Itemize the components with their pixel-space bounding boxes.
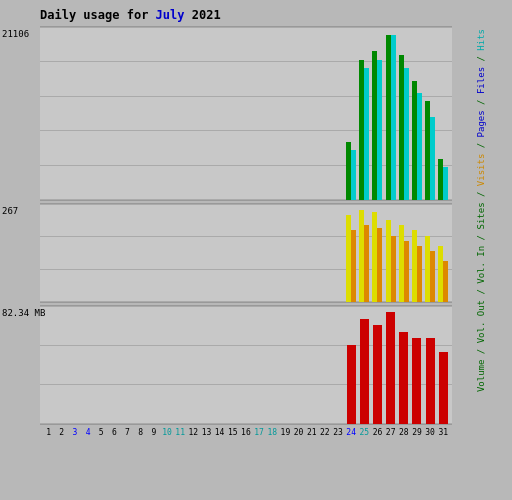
hits-bar-cyan [417,93,422,200]
volume-bar-red [412,338,421,424]
visits-bar-group [410,230,423,302]
x-tick: 11 [174,428,187,437]
chart-container: Daily usage for July 2021 21106 267 [0,0,512,500]
title-year [185,8,192,22]
x-tick: 9 [147,428,160,437]
volume-bar-group [358,319,371,424]
x-tick: 12 [187,428,200,437]
volume-bar-red [426,338,435,424]
hits-bar-group [410,81,423,200]
chart-sections: 21106 267 [40,26,452,425]
hits-bar-group [384,35,397,200]
visits-section: 267 [40,203,452,303]
volume-bar-group [384,312,397,424]
volume-bar-red [439,352,448,424]
chart-title: Daily usage for July 2021 [40,8,452,22]
x-tick: 24 [345,428,358,437]
x-tick: 3 [68,428,81,437]
volume-bar-group [371,325,384,424]
hits-bar-cyan [351,150,356,200]
hits-bar-cyan [443,167,448,200]
volume-bar-red [347,345,356,424]
right-axis-label: Volume / Vol. Out / Vol. In / Sites / Vi… [452,26,510,395]
volume-bar-group [424,338,437,424]
x-tick: 27 [384,428,397,437]
visits-bar-group [345,215,358,302]
x-tick: 18 [266,428,279,437]
visits-bar-orange [430,251,435,302]
x-tick: 31 [437,428,450,437]
x-tick: 30 [424,428,437,437]
visits-bar-group [371,212,384,302]
visits-section-wrapper: 267 [40,203,452,303]
visits-bars [40,204,452,302]
volume-bar-group [410,338,423,424]
x-tick: 7 [121,428,134,437]
x-tick: 22 [318,428,331,437]
x-tick: 2 [55,428,68,437]
hits-section: 21106 [40,26,452,201]
title-prefix: Daily usage for [40,8,156,22]
volume-bar-group [437,352,450,424]
x-tick: 25 [358,428,371,437]
visits-bar-group [358,210,371,302]
visits-bar-orange [443,261,448,302]
visits-bar-orange [391,236,396,302]
right-axis-text: Volume / Vol. Out / Vol. In / Sites / Vi… [476,29,486,392]
x-tick: 1 [42,428,55,437]
visits-bar-group [384,220,397,302]
volume-section-wrapper: 82.34 MB [40,305,452,425]
x-tick: 26 [371,428,384,437]
x-tick: 5 [95,428,108,437]
x-tick: 29 [410,428,423,437]
hits-bar-group [371,51,384,200]
x-tick: 23 [331,428,344,437]
hits-bar-cyan [430,117,435,200]
hits-y-label-top: 21106 [2,29,29,39]
visits-bar-orange [351,230,356,302]
visits-y-label-top: 267 [2,206,18,216]
hits-bar-group [345,142,358,200]
hits-bar-group [424,101,437,200]
x-tick: 17 [253,428,266,437]
volume-section: 82.34 MB [40,305,452,425]
x-tick: 19 [279,428,292,437]
x-tick: 15 [226,428,239,437]
hits-bar-group [397,55,410,200]
volume-bar-red [373,325,382,424]
volume-bars [40,306,452,424]
hits-bar-group [437,159,450,200]
visits-bar-orange [417,246,422,302]
visits-bar-orange [364,225,369,302]
volume-bar-red [360,319,369,424]
hits-bar-group [358,60,371,200]
volume-bar-group [397,332,410,424]
x-tick: 13 [200,428,213,437]
title-month: July [156,8,185,22]
volume-bar-group [345,345,358,424]
x-tick: 28 [397,428,410,437]
hits-bar-cyan [377,60,382,200]
hits-bar-cyan [391,35,396,200]
x-axis: 1234567891011121314151617181920212223242… [40,425,452,437]
hits-section-wrapper: 21106 [40,26,452,201]
x-tick: 8 [134,428,147,437]
visits-bar-group [424,236,437,302]
visits-bar-group [397,225,410,302]
visits-bar-group [437,246,450,302]
x-tick: 4 [81,428,94,437]
visits-bar-orange [377,228,382,302]
x-tick: 20 [292,428,305,437]
x-tick: 14 [213,428,226,437]
x-tick: 16 [239,428,252,437]
hits-bars [40,27,452,200]
visits-bar-orange [404,241,409,302]
volume-bar-red [386,312,395,424]
hits-bar-cyan [404,68,409,200]
x-tick: 10 [160,428,173,437]
x-tick: 21 [305,428,318,437]
volume-bar-red [399,332,408,424]
x-tick: 6 [108,428,121,437]
volume-y-label-top: 82.34 MB [2,308,45,318]
hits-bar-cyan [364,68,369,200]
